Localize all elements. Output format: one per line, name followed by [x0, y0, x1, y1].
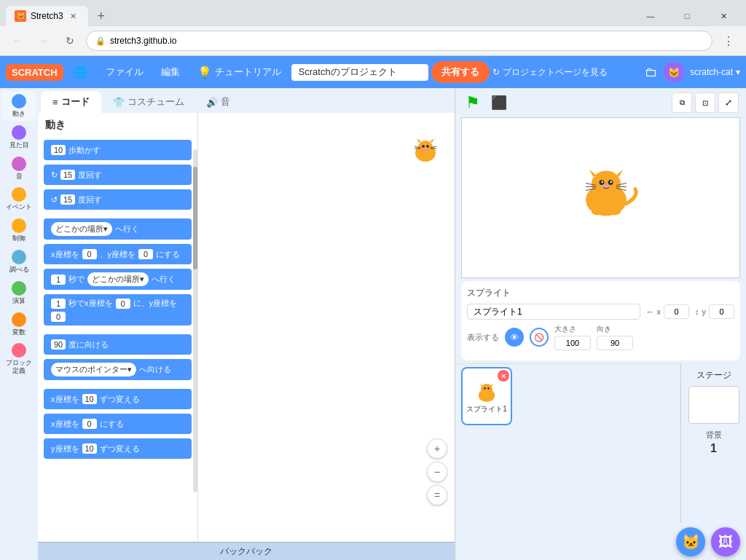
stage-thumbnail[interactable] [688, 386, 739, 424]
refresh-button[interactable]: ↻ [60, 31, 80, 51]
stage-fullscreen-button[interactable]: ⤢ [718, 92, 739, 113]
block-input-gy[interactable]: 0 [51, 312, 66, 322]
show-sprite-button[interactable]: 👁 [505, 328, 524, 347]
sidebar-item-motion[interactable]: 動き [1, 91, 36, 121]
block-changex[interactable]: x座標を 10 ずつ変える [44, 389, 192, 409]
svg-point-30 [484, 387, 486, 390]
block-input-dy[interactable]: 10 [82, 443, 97, 454]
code-workspace[interactable]: + − = [198, 113, 455, 542]
edit-menu[interactable]: 編集 [154, 61, 187, 83]
see-project-button[interactable]: ↻ プロジェクトページを見る [492, 66, 608, 79]
block-turn-left[interactable]: ↺ 15 度回す [44, 189, 192, 210]
sprite-name-input[interactable] [467, 304, 640, 320]
tab-sound[interactable]: 🔊 音 [196, 91, 240, 113]
size-input[interactable] [554, 336, 591, 350]
add-stage-button[interactable]: 🖼 [711, 527, 740, 556]
block-input-sx[interactable]: 0 [82, 419, 97, 429]
goto-dropdown[interactable]: どこかの場所▾ [51, 222, 112, 236]
globe-menu[interactable]: 🌐 [66, 61, 95, 84]
workspace-sprite-preview [407, 131, 444, 170]
browser-tab[interactable]: 🐱 Stretch3 ✕ [6, 6, 88, 26]
user-menu-button[interactable]: scratch-cat ▾ [690, 67, 740, 77]
block-setx[interactable]: x座標を 0 にする [44, 414, 192, 434]
block-input-secs2[interactable]: 1 [51, 299, 66, 309]
block-input-x[interactable]: 0 [82, 249, 97, 259]
window-controls: — □ ✕ [634, 6, 740, 26]
code-tab-label: コード [61, 95, 90, 109]
stage-large-button[interactable]: ⊡ [695, 92, 715, 113]
scratch-logo[interactable]: SCRATCH [6, 64, 63, 81]
tutorials-menu[interactable]: 💡 チュートリアル [190, 61, 288, 84]
block-move-label: 歩動かす [68, 145, 101, 156]
sprite-x-input[interactable] [664, 304, 689, 319]
sprite-panel-title: スプライト [467, 287, 734, 299]
block-input-y[interactable]: 0 [138, 249, 153, 259]
editor-area: ≡ コード 👕 コスチューム 🔊 音 動き [38, 88, 455, 560]
more-options-button[interactable]: ⋮ [718, 31, 739, 51]
block-input-secs[interactable]: 1 [51, 275, 66, 285]
block-glideto[interactable]: 1 秒で どこかの場所▾ へ行く [44, 269, 192, 290]
block-glidexy[interactable]: 1 秒でx座標を 0 に、y座標を 0 [44, 294, 192, 326]
list-item[interactable]: ✕ スプライト1 [461, 367, 512, 425]
forward-button[interactable]: → [34, 31, 54, 51]
palette-scrollbar[interactable] [193, 149, 197, 492]
setxy-label: にする [156, 249, 180, 260]
hide-sprite-button[interactable]: 🚫 [530, 328, 549, 347]
zoom-in-button[interactable]: + [427, 438, 447, 459]
changex-label: x座標を [51, 394, 79, 405]
sidebar-item-sensing[interactable]: 調べる [1, 247, 36, 277]
green-flag-button[interactable]: ⚑ [463, 92, 483, 113]
zoom-out-button[interactable]: − [427, 462, 447, 482]
back-button[interactable]: ← [7, 31, 28, 51]
sidebar-item-variables[interactable]: 変数 [1, 309, 36, 339]
dir-input[interactable] [597, 336, 633, 350]
block-goto[interactable]: どこかの場所▾ へ行く [44, 218, 192, 240]
block-move[interactable]: 10 歩動かす [44, 140, 192, 160]
block-changey[interactable]: y座標を 10 ずつ変える [44, 438, 192, 459]
sprite-x-coord: ↔ x [646, 304, 690, 319]
folder-icon-button[interactable]: 🗀 [645, 65, 658, 80]
block-pointto[interactable]: マウスのポインター▾ へ向ける [44, 359, 192, 380]
tab-code[interactable]: ≡ コード [41, 91, 101, 113]
maximize-button[interactable]: □ [670, 6, 704, 26]
block-setheading[interactable]: 90 度に向ける [44, 334, 192, 355]
svg-marker-33 [480, 383, 483, 386]
sidebar-item-operators[interactable]: 演算 [1, 278, 36, 308]
add-sprite-button[interactable]: 🐱 [676, 527, 705, 556]
size-group: 大きさ [554, 324, 591, 350]
block-input-heading[interactable]: 90 [51, 339, 66, 350]
close-button[interactable]: ✕ [707, 6, 740, 26]
glideto-dropdown[interactable]: どこかの場所▾ [87, 272, 149, 286]
backpack-bar[interactable]: バックパック [38, 542, 455, 560]
pointto-dropdown[interactable]: マウスのポインター▾ [51, 363, 136, 376]
see-project-label: プロジェクトページを見る [503, 66, 608, 79]
block-input-dx[interactable]: 10 [82, 394, 97, 404]
sidebar-item-looks[interactable]: 見た目 [1, 122, 36, 152]
sidebar-item-myblocks[interactable]: ブロック定義 [1, 340, 36, 378]
block-input-steps[interactable]: 10 [51, 145, 66, 155]
sidebar-item-control[interactable]: 制御 [1, 216, 36, 245]
tab-costume[interactable]: 👕 コスチューム [103, 91, 195, 113]
sprite-y-input[interactable] [709, 304, 734, 319]
sidebar-item-events[interactable]: イベント [1, 184, 36, 214]
block-input-turn-r[interactable]: 15 [60, 170, 75, 180]
sound-label: 音 [16, 173, 23, 181]
block-input-gx[interactable]: 0 [116, 299, 130, 309]
new-tab-button[interactable]: + [91, 6, 111, 26]
stop-button[interactable]: ⬛ [489, 92, 509, 113]
block-input-turn-l[interactable]: 15 [60, 194, 75, 205]
sprite-delete-button[interactable]: ✕ [498, 370, 509, 382]
block-turn-right[interactable]: ↻ 15 度回す [44, 165, 192, 185]
tab-close-button[interactable]: ✕ [68, 10, 79, 22]
stage-small-button[interactable]: ⧉ [672, 92, 692, 113]
setx-suffix: にする [100, 419, 124, 430]
share-button[interactable]: 共有する [431, 61, 490, 83]
url-bar[interactable]: 🔒 stretch3.github.io [86, 31, 712, 51]
sidebar-item-sound[interactable]: 音 [1, 154, 36, 184]
project-title-input[interactable] [291, 64, 428, 81]
file-menu[interactable]: ファイル [98, 61, 151, 83]
zoom-fit-button[interactable]: = [427, 485, 447, 505]
myblocks-dot [12, 343, 26, 358]
minimize-button[interactable]: — [634, 6, 667, 26]
block-setxy[interactable]: x座標を 0 、y座標を 0 にする [44, 244, 192, 264]
